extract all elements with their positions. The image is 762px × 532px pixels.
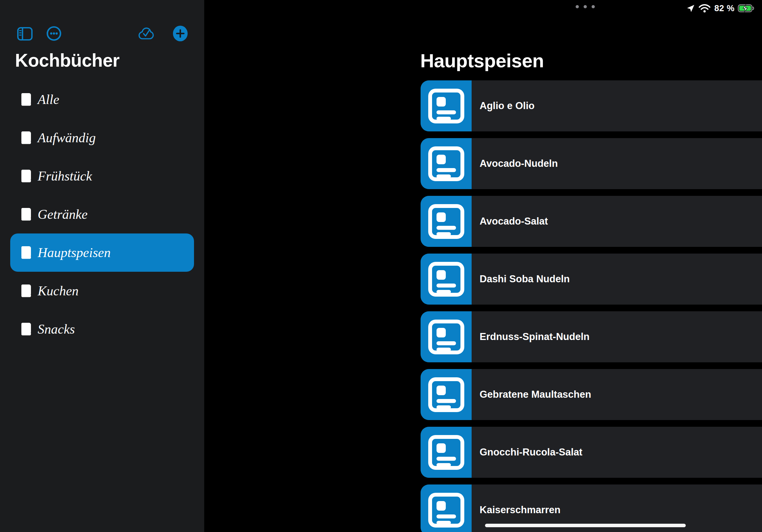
- location-arrow-icon: [686, 4, 695, 13]
- sidebar-item-label: Kuchen: [38, 283, 79, 299]
- sidebar-item-label: Alle: [38, 92, 59, 107]
- recipe-row[interactable]: Avocado-Nudeln: [420, 138, 762, 189]
- recipe-card-icon: [420, 369, 472, 420]
- sidebar-item-label: Frühstück: [38, 168, 92, 184]
- recipe-card-icon: [420, 253, 472, 304]
- sidebar-item-kuchen[interactable]: Kuchen: [10, 272, 194, 310]
- sidebar: Kochbücher Alle Aufwändig: [0, 0, 204, 532]
- recipe-card-icon: [420, 311, 472, 362]
- recipe-row[interactable]: Erdnuss-Spinat-Nudeln: [420, 311, 762, 362]
- sidebar-item-alle[interactable]: Alle: [10, 80, 194, 119]
- multitask-handle-icon[interactable]: [575, 5, 595, 10]
- cookbook-list: Alle Aufwändig Frühstück: [10, 80, 194, 348]
- battery-percent: 82 %: [714, 4, 734, 13]
- recipe-row[interactable]: Gnocchi-Rucola-Salat: [420, 427, 762, 478]
- recipe-title: Gebratene Maultaschen: [480, 369, 591, 420]
- cloud-sync-check-icon[interactable]: [137, 27, 156, 41]
- recipe-card-icon: [420, 485, 472, 532]
- wifi-icon: [698, 4, 711, 13]
- sidebar-toolbar: [0, 25, 204, 41]
- recipe-row[interactable]: Gebratene Maultaschen: [420, 369, 762, 420]
- recipe-title: Avocado-Salat: [480, 196, 548, 247]
- recipe-list: Aglio e Olio Avocado-Nudeln: [420, 80, 762, 532]
- book-icon: [21, 208, 31, 221]
- main-panel: 82 % Hauptspeisen: [204, 0, 762, 532]
- book-icon: [21, 246, 31, 259]
- book-icon: [21, 323, 31, 336]
- book-icon: [21, 93, 31, 106]
- recipe-title: Erdnuss-Spinat-Nudeln: [480, 311, 589, 362]
- sidebar-item-label: Getränke: [38, 207, 87, 222]
- home-indicator[interactable]: [485, 524, 686, 527]
- battery-charging-icon: [738, 4, 754, 13]
- book-icon: [21, 131, 31, 144]
- recipe-title: Dashi Soba Nudeln: [480, 253, 570, 304]
- sidebar-item-label: Hauptspeisen: [38, 245, 111, 260]
- sidebar-item-aufwaendig[interactable]: Aufwändig: [10, 119, 194, 157]
- sidebar-item-label: Snacks: [38, 321, 75, 337]
- recipe-card-icon: [420, 196, 472, 247]
- book-icon: [21, 285, 31, 297]
- add-cookbook-icon[interactable]: [173, 26, 188, 41]
- sidebar-title: Kochbücher: [15, 50, 120, 71]
- page-title: Hauptspeisen: [420, 50, 544, 72]
- recipe-title: Aglio e Olio: [480, 80, 534, 131]
- status-bar: 82 %: [686, 3, 754, 13]
- recipe-row[interactable]: Aglio e Olio: [420, 80, 762, 131]
- sidebar-item-hauptspeisen[interactable]: Hauptspeisen: [10, 233, 194, 272]
- sidebar-item-label: Aufwändig: [38, 130, 96, 146]
- recipe-card-icon: [420, 427, 472, 478]
- sidebar-item-snacks[interactable]: Snacks: [10, 310, 194, 348]
- recipe-card-icon: [420, 80, 472, 131]
- sidebar-item-fruehstueck[interactable]: Frühstück: [10, 157, 194, 195]
- recipe-row[interactable]: Avocado-Salat: [420, 196, 762, 247]
- recipe-title: Gnocchi-Rucola-Salat: [480, 427, 582, 478]
- sidebar-item-getraenke[interactable]: Getränke: [10, 195, 194, 233]
- app-window: Kochbücher Alle Aufwändig: [0, 0, 762, 532]
- recipe-title: Avocado-Nudeln: [480, 138, 558, 189]
- recipe-row[interactable]: Dashi Soba Nudeln: [420, 253, 762, 304]
- sidebar-toggle-icon[interactable]: [17, 27, 33, 41]
- more-circle-icon[interactable]: [46, 26, 62, 41]
- recipe-card-icon: [420, 138, 472, 189]
- book-icon: [21, 170, 31, 182]
